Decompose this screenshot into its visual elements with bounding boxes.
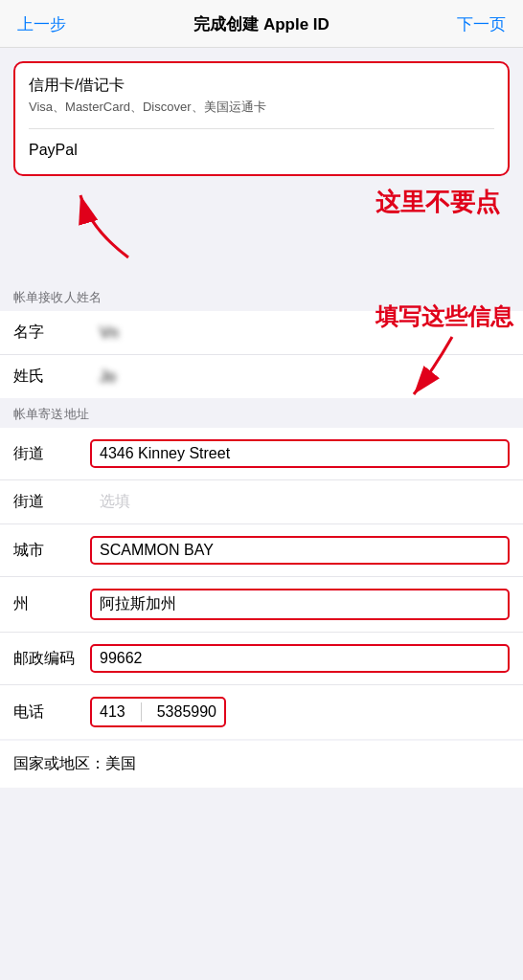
next-button[interactable]: 下一页 [457,13,506,35]
zip-value[interactable]: 99662 [90,644,510,673]
phone-row: 电话 413 5385990 [0,685,523,739]
last-name-row: 姓氏 Jo [0,355,523,398]
header: 上一步 完成创建 Apple ID 下一页 [0,0,523,48]
phone-number: 5385990 [157,703,216,721]
street1-label: 街道 [13,444,90,464]
state-value[interactable]: 阿拉斯加州 [90,589,510,620]
state-label: 州 [13,594,90,614]
zip-row: 邮政编码 99662 [0,633,523,685]
phone-area-code: 413 [100,703,125,721]
street1-row: 街道 4346 Kinney Street [0,428,523,480]
credit-card-label: 信用卡/借记卡 [29,76,494,96]
street2-row: 街道 选填 [0,480,523,524]
page-title: 完成创建 Apple ID [193,13,330,35]
street2-label: 街道 [13,492,90,512]
phone-label: 电话 [13,702,90,723]
annotation1-area: 这里不要点 [13,176,510,281]
paypal-option[interactable]: PayPal [15,129,508,174]
annotation1-arrow-icon [42,181,157,267]
first-name-row: 名字 Vn [0,311,523,355]
last-name-value[interactable]: Jo [90,368,510,386]
last-name-label: 姓氏 [13,367,90,387]
phone-box[interactable]: 413 5385990 [90,697,226,727]
state-row: 州 阿拉斯加州 [0,577,523,633]
city-value[interactable]: SCAMMON BAY [90,536,510,565]
annotation1-text: 这里不要点 [375,186,500,219]
address-form: 街道 4346 Kinney Street 街道 选填 城市 SCAMMON B… [0,428,523,739]
zip-label: 邮政编码 [13,649,90,669]
first-name-label: 名字 [13,323,90,343]
paypal-label: PayPal [29,142,494,159]
country-row[interactable]: 国家或地区：美国 [0,741,523,788]
payment-section: 信用卡/借记卡 Visa、MasterCard、Discover、美国运通卡 P… [13,61,510,176]
back-button[interactable]: 上一步 [17,13,66,35]
first-name-value[interactable]: Vn [90,324,510,342]
billing-address-section-header: 帐单寄送地址 [0,398,523,428]
city-row: 城市 SCAMMON BAY [0,524,523,577]
credit-card-option[interactable]: 信用卡/借记卡 Visa、MasterCard、Discover、美国运通卡 [15,63,508,128]
billing-name-section-header: 帐单接收人姓名 [0,281,523,311]
phone-divider-icon [141,702,142,722]
billing-name-form: 名字 Vn 姓氏 Jo [0,311,523,398]
street2-placeholder[interactable]: 选填 [90,492,510,512]
city-label: 城市 [13,541,90,561]
credit-card-subtitle: Visa、MasterCard、Discover、美国运通卡 [29,99,494,116]
street1-value[interactable]: 4346 Kinney Street [90,439,510,468]
